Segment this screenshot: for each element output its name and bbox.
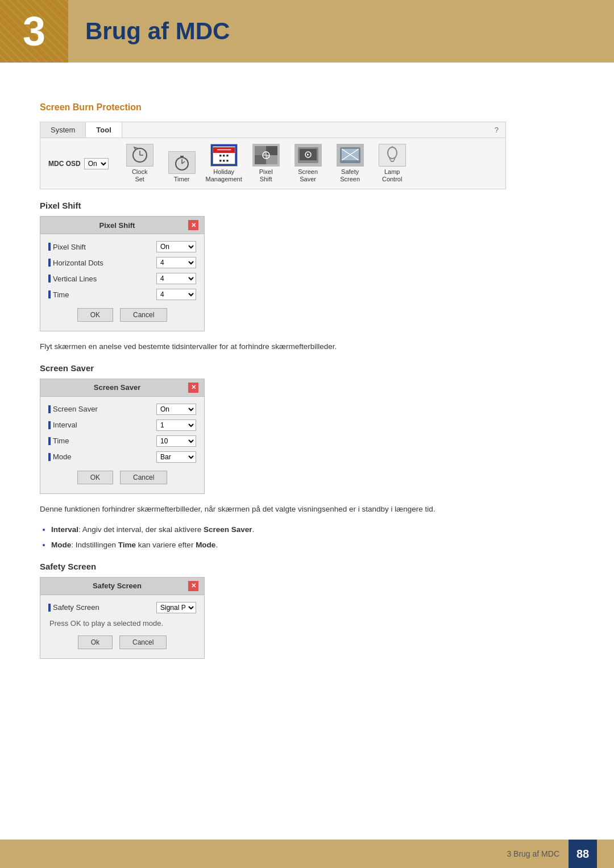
safety-screen-close-button[interactable]: ✕	[188, 581, 198, 591]
mode-select[interactable]: BarScrollFade	[156, 451, 196, 463]
lamp-control-label: LampControl	[382, 168, 402, 183]
horizontal-dots-select[interactable]: 4123	[156, 257, 196, 268]
holiday-icon: ━━━━━━ ■ ■ ■■ ■ ■	[210, 144, 238, 167]
bullet-mode-after2: .	[215, 541, 218, 549]
screen-saver-section-title: Screen Saver	[40, 363, 574, 373]
tab-tool[interactable]: Tool	[86, 122, 122, 138]
mode-row-label: Mode	[48, 452, 72, 461]
toolbar-body: MDC OSD On Off	[40, 138, 505, 189]
time-ss-indicator	[48, 437, 51, 445]
pixel-shift-dialog-body: Pixel Shift OnOff Horizontal Dots 4123	[40, 234, 204, 331]
screen-saver-icon	[294, 144, 322, 167]
toolbar-item-clock-set[interactable]: ClockSet	[120, 144, 160, 183]
pixel-shift-section-title: Pixel Shift	[40, 201, 574, 210]
chapter-title: Brug af MDC	[85, 18, 230, 45]
tab-system[interactable]: System	[40, 122, 86, 138]
pixel-shift-indicator	[48, 243, 51, 251]
time-ss-row-label: Time	[48, 437, 69, 445]
time-row-label: Time	[48, 290, 69, 299]
mdc-osd-select[interactable]: On Off	[84, 158, 109, 169]
dialog-row-vertical-lines: Vertical Lines 4123	[48, 273, 196, 284]
dialog-row-time: Time 4123	[48, 289, 196, 300]
bullet-mode-bold: Time	[118, 541, 136, 549]
toolbar-tabs: System Tool ?	[40, 122, 505, 138]
interval-select[interactable]: 123	[156, 420, 196, 431]
timer-icon	[168, 151, 196, 174]
safety-screen-row-label: Safety Screen	[48, 603, 99, 612]
dialog-row-time-ss: Time 102030	[48, 435, 196, 447]
safety-screen-cancel-button[interactable]: Cancel	[119, 636, 167, 649]
safety-screen-ok-button[interactable]: Ok	[78, 636, 113, 649]
time-ss-select[interactable]: 102030	[156, 435, 196, 447]
toolbar-item-timer[interactable]: Timer	[162, 151, 202, 183]
interval-indicator	[48, 421, 51, 429]
screen-saver-dialog-title: Screen Saver	[46, 383, 188, 392]
safety-screen-indicator	[48, 604, 51, 612]
toolbar-item-holiday[interactable]: ━━━━━━ ■ ■ ■■ ■ ■ HolidayManagement	[204, 144, 244, 183]
pixel-shift-row-label: Pixel Shift	[48, 243, 86, 251]
footer-text: 3 Brug af MDC	[507, 849, 559, 858]
toolbar-panel: System Tool ? MDC OSD On Off	[40, 122, 506, 189]
mdc-osd-control: MDC OSD On Off	[48, 158, 109, 169]
vertical-lines-select[interactable]: 4123	[156, 273, 196, 284]
main-content: Screen Burn Protection System Tool ? MDC…	[0, 63, 614, 713]
bullet-mode: Mode: Indstillingen Time kan variere eft…	[51, 539, 574, 551]
pixel-shift-label: PixelShift	[259, 168, 273, 183]
lamp-control-icon	[379, 144, 406, 167]
toolbar-items: ClockSet Timer	[120, 144, 412, 183]
dialog-row-mode: Mode BarScrollFade	[48, 451, 196, 463]
toolbar-item-screen-saver[interactable]: ScreenSaver	[288, 144, 328, 183]
screen-saver-row-label: Screen Saver	[48, 405, 98, 413]
safety-screen-select[interactable]: Signal Patt...BarEraserPixel	[156, 602, 196, 613]
safety-press-text: Press OK to play a selected mode.	[48, 619, 196, 628]
pixel-shift-dialog: Pixel Shift ✕ Pixel Shift OnOff Horizont…	[40, 216, 205, 331]
question-mark[interactable]: ?	[488, 122, 505, 138]
timer-label: Timer	[174, 176, 190, 183]
footer-page-number: 88	[569, 840, 597, 868]
bullet-mode-text: : Indstillingen	[71, 541, 118, 549]
bullet-interval-label: Interval	[51, 525, 78, 534]
toolbar-item-lamp-control[interactable]: LampControl	[372, 144, 412, 183]
dialog-row-interval: Interval 123	[48, 420, 196, 431]
svg-rect-11	[266, 155, 277, 164]
screen-saver-select[interactable]: OnOff	[156, 404, 196, 415]
screen-saver-cancel-button[interactable]: Cancel	[120, 471, 167, 484]
bullet-interval-text: : Angiv det interval, der skal aktivere	[78, 525, 204, 534]
pixel-shift-dialog-buttons: OK Cancel	[48, 308, 196, 324]
pixel-shift-ok-button[interactable]: OK	[77, 308, 113, 322]
screen-saver-bullets: Interval: Angiv det interval, der skal a…	[51, 524, 574, 551]
screen-saver-close-button[interactable]: ✕	[188, 383, 198, 393]
safety-screen-section-title: Safety Screen	[40, 562, 574, 571]
dialog-row-safety-screen: Safety Screen Signal Patt...BarEraserPix…	[48, 602, 196, 613]
mode-indicator	[48, 453, 51, 461]
time-indicator	[48, 290, 51, 298]
safety-screen-dialog-body: Safety Screen Signal Patt...BarEraserPix…	[40, 595, 204, 658]
bullet-mode-after: kan variere efter	[136, 541, 196, 549]
screen-saver-description: Denne funktionen forhindrer skærmefterbi…	[40, 503, 574, 516]
pixel-shift-select[interactable]: OnOff	[156, 241, 196, 252]
pixel-shift-dialog-title: Pixel Shift	[46, 221, 188, 230]
pixel-shift-cancel-button[interactable]: Cancel	[120, 308, 167, 322]
svg-rect-9	[266, 146, 277, 155]
toolbar-item-pixel-shift[interactable]: PixelShift	[246, 144, 286, 183]
chapter-header: 3 Brug af MDC	[0, 0, 614, 63]
safety-screen-dialog: Safety Screen ✕ Safety Screen Signal Pat…	[40, 577, 205, 659]
horizontal-dots-indicator	[48, 259, 51, 267]
safety-screen-dialog-title: Safety Screen	[46, 582, 188, 590]
vertical-lines-indicator	[48, 275, 51, 283]
bullet-interval-bold: Screen Saver	[204, 525, 252, 534]
dialog-row-horizontal-dots: Horizontal Dots 4123	[48, 257, 196, 268]
screen-saver-ok-button[interactable]: OK	[77, 471, 113, 484]
mdc-osd-label: MDC OSD	[48, 160, 81, 168]
pixel-shift-title-bar: Pixel Shift ✕	[40, 217, 204, 234]
time-select[interactable]: 4123	[156, 289, 196, 300]
screen-saver-indicator	[48, 405, 51, 413]
chapter-number-block: 3	[0, 0, 68, 63]
chapter-number: 3	[23, 8, 45, 55]
toolbar-item-safety-screen[interactable]: SafetyScreen	[330, 144, 370, 183]
interval-row-label: Interval	[48, 421, 77, 429]
pixel-shift-close-button[interactable]: ✕	[188, 220, 198, 230]
safety-screen-title-bar: Safety Screen ✕	[40, 578, 204, 595]
safety-screen-icon	[337, 144, 364, 167]
dialog-row-screen-saver: Screen Saver OnOff	[48, 404, 196, 415]
